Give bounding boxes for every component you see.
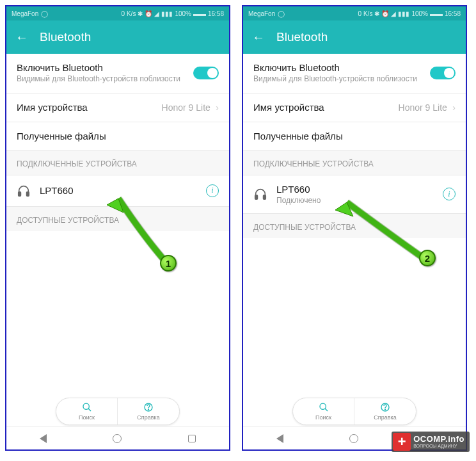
app-header: ← Bluetooth (243, 20, 466, 54)
enable-title: Включить Bluetooth (17, 62, 193, 73)
svg-point-5 (148, 409, 148, 410)
bottom-action-bar: Поиск Справка (56, 398, 180, 425)
help-icon (143, 402, 154, 414)
phone-screenshot-right: MegaFon ◯ 0 K/s ✱ ⏰ ◢ ▮▮▮ 100% ▬▬ 16:58 … (242, 5, 467, 451)
nav-home-icon[interactable] (349, 434, 358, 443)
enable-bluetooth-row[interactable]: Включить Bluetooth Видимый для Bluetooth… (243, 54, 466, 93)
nav-back-icon[interactable] (276, 434, 283, 443)
svg-line-10 (325, 408, 328, 411)
search-label: Поиск (315, 414, 331, 421)
enable-subtitle: Видимый для Bluetooth-устройств поблизос… (17, 74, 193, 85)
wifi-icon: ◢ (154, 10, 159, 17)
watermark: + OCOMP.info ВОПРОСЫ АДМИНУ (392, 432, 470, 452)
devname-value: Honor 9 Lite (162, 102, 210, 113)
annotation-badge-2: 2 (419, 250, 436, 266)
battery-icon: ▬▬ (430, 10, 443, 17)
bluetooth-toggle[interactable] (430, 67, 456, 79)
clock-label: 16:58 (445, 10, 461, 17)
connected-section-header: ПОДКЛЮЧЕННЫЕ УСТРОЙСТВА (6, 150, 229, 175)
back-icon[interactable]: ← (252, 30, 265, 45)
svg-point-2 (83, 403, 89, 409)
headphones-icon (17, 184, 31, 198)
bottom-action-bar: Поиск Справка (292, 398, 416, 425)
info-icon[interactable]: i (206, 184, 219, 197)
available-section-header: ДОСТУПНЫЕ УСТРОЙСТВА (6, 207, 229, 231)
connected-section-header: ПОДКЛЮЧЕННЫЕ УСТРОЙСТВА (243, 150, 466, 175)
enable-title: Включить Bluetooth (253, 62, 430, 73)
files-title: Полученные файлы (253, 131, 343, 142)
svg-rect-0 (19, 191, 21, 195)
search-icon (82, 402, 92, 414)
battery-icon: ▬▬ (193, 10, 206, 17)
device-row[interactable]: LPT660 i (6, 175, 229, 207)
info-icon[interactable]: i (443, 188, 456, 200)
battery-label: 100% (175, 10, 191, 17)
carrier-label: MegaFon (12, 10, 38, 17)
status-bar: MegaFon ◯ 0 K/s ✱ ⏰ ◢ ▮▮▮ 100% ▬▬ 16:58 (243, 6, 466, 20)
alarm-icon: ⏰ (145, 10, 152, 17)
devname-value: Honor 9 Lite (399, 102, 447, 113)
svg-rect-7 (255, 195, 258, 199)
nav-back-icon[interactable] (40, 434, 47, 443)
search-button[interactable]: Поиск (56, 398, 118, 425)
clock-label: 16:58 (208, 10, 224, 17)
device-name-row[interactable]: Имя устройства Honor 9 Lite › (6, 93, 229, 122)
watermark-sub: ВОПРОСЫ АДМИНУ (413, 444, 464, 449)
devname-title: Имя устройства (17, 102, 88, 113)
nav-bar (6, 426, 229, 449)
search-label: Поиск (79, 414, 95, 421)
received-files-row[interactable]: Полученные файлы (243, 122, 466, 150)
watermark-plus-icon: + (393, 433, 411, 451)
page-title: Bluetooth (40, 30, 91, 44)
device-status: Подключено (276, 196, 434, 205)
wifi-icon: ◢ (391, 10, 396, 17)
speed-label: 0 K/s (358, 10, 373, 17)
help-button[interactable]: Справка (118, 398, 179, 425)
battery-label: 100% (411, 10, 428, 17)
page-title: Bluetooth (276, 30, 328, 44)
search-button[interactable]: Поиск (293, 398, 354, 425)
alarm-icon: ⏰ (381, 10, 389, 17)
svg-point-9 (320, 403, 326, 409)
device-name: LPT660 (40, 185, 197, 196)
device-name: LPT660 (276, 184, 434, 195)
bluetooth-toggle[interactable] (193, 67, 219, 79)
help-label: Справка (374, 414, 396, 421)
watermark-main: OCOMP.info (413, 435, 464, 444)
search-icon (319, 402, 329, 414)
files-title: Полученные файлы (17, 131, 106, 142)
enable-subtitle: Видимый для Bluetooth-устройств поблизос… (253, 74, 430, 85)
status-bar: MegaFon ◯ 0 K/s ✱ ⏰ ◢ ▮▮▮ 100% ▬▬ 16:58 (6, 6, 229, 20)
help-button[interactable]: Справка (354, 398, 416, 425)
enable-bluetooth-row[interactable]: Включить Bluetooth Видимый для Bluetooth… (6, 54, 229, 93)
svg-point-12 (385, 409, 385, 410)
nav-recent-icon[interactable] (188, 435, 196, 442)
annotation-badge-1: 1 (160, 255, 177, 271)
sync-icon: ◯ (41, 10, 48, 17)
app-header: ← Bluetooth (6, 20, 229, 54)
available-section-header: ДОСТУПНЫЕ УСТРОЙСТВА (243, 214, 466, 238)
help-icon (380, 402, 390, 414)
help-label: Справка (137, 414, 159, 421)
chevron-right-icon: › (452, 102, 456, 113)
device-row[interactable]: LPT660 Подключено i (243, 175, 466, 214)
nav-home-icon[interactable] (113, 434, 122, 443)
phone-screenshot-left: MegaFon ◯ 0 K/s ✱ ⏰ ◢ ▮▮▮ 100% ▬▬ 16:58 … (5, 5, 230, 451)
back-icon[interactable]: ← (15, 30, 28, 45)
sync-icon: ◯ (278, 10, 285, 17)
svg-line-3 (88, 408, 91, 411)
headphones-icon (253, 187, 267, 201)
devname-title: Имя устройства (253, 102, 324, 113)
received-files-row[interactable]: Полученные файлы (6, 122, 229, 150)
signal-icon: ▮▮▮ (398, 10, 409, 17)
device-name-row[interactable]: Имя устройства Honor 9 Lite › (243, 93, 466, 122)
carrier-label: MegaFon (248, 10, 275, 17)
bluetooth-icon: ✱ (374, 10, 379, 17)
bluetooth-icon: ✱ (138, 10, 143, 17)
speed-label: 0 K/s (122, 10, 136, 17)
svg-rect-8 (264, 195, 266, 199)
chevron-right-icon: › (216, 102, 219, 113)
signal-icon: ▮▮▮ (161, 10, 173, 17)
svg-rect-1 (27, 191, 29, 195)
